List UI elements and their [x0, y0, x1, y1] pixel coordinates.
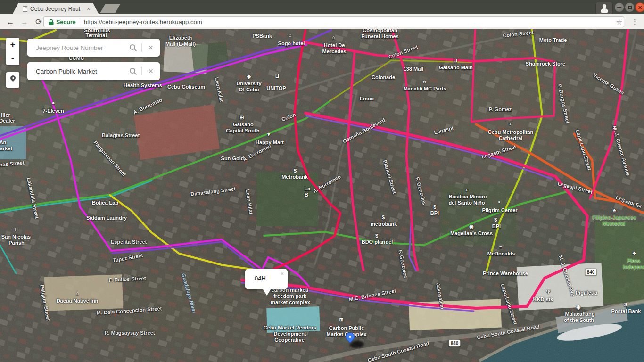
close-icon: ×	[636, 3, 644, 12]
zoom-out-button[interactable]: -	[6, 51, 19, 65]
route-popup-label: 04H	[255, 275, 266, 282]
clear-icon[interactable]: ×	[146, 67, 155, 75]
divider	[141, 67, 142, 75]
profile-button[interactable]	[595, 2, 613, 15]
zoom-control: + -	[6, 38, 19, 65]
search-icon[interactable]	[129, 67, 137, 75]
my-location-button[interactable]	[6, 72, 19, 88]
window-maximize-button[interactable]	[625, 2, 635, 12]
location-input[interactable]	[35, 67, 129, 75]
maximize-icon	[628, 6, 632, 9]
window-close-button[interactable]: ×	[635, 2, 644, 12]
tab-cebu-jeepney-routes[interactable]: Cebu Jeepney Rout ×	[12, 3, 99, 15]
browser-menu-icon[interactable]: ⋮	[631, 17, 638, 26]
padlock-icon	[49, 19, 54, 25]
person-icon	[603, 4, 606, 8]
route-search-box: ×	[27, 39, 160, 57]
search-icon[interactable]	[129, 44, 137, 52]
route-number-input[interactable]	[35, 44, 129, 52]
location-pin-icon	[9, 74, 17, 82]
divider	[80, 18, 80, 25]
tab-close-icon[interactable]: ×	[87, 6, 91, 12]
clear-icon[interactable]: ×	[146, 43, 155, 52]
security-label: Secure	[56, 19, 76, 25]
new-tab-button[interactable]	[100, 4, 121, 13]
popup-close-icon[interactable]: ×	[281, 271, 284, 277]
browser-window: Cebu Jeepney Rout × × ← → ⟳ Secure https…	[0, 0, 644, 362]
url-text: https://cebu-jeepney-routes.herokuapp.co…	[84, 18, 621, 25]
address-bar[interactable]: Secure https://cebu-jeepney-routes.herok…	[43, 16, 624, 27]
route-popup: 04H ×	[245, 269, 288, 289]
back-button[interactable]: ←	[5, 17, 16, 27]
location-search-box: ×	[27, 62, 160, 80]
forward-button[interactable]: →	[19, 17, 30, 27]
minimize-icon	[617, 7, 621, 8]
tab-bar: Cebu Jeepney Rout × ×	[0, 0, 644, 14]
reload-button[interactable]: ⟳	[33, 17, 44, 27]
tab-title: Cebu Jeepney Rout	[30, 6, 86, 12]
zoom-in-button[interactable]: +	[6, 38, 19, 51]
window-minimize-button[interactable]	[614, 2, 624, 12]
popup-tail	[263, 289, 271, 296]
page-icon	[23, 6, 27, 12]
divider	[141, 43, 142, 52]
bookmark-star-icon[interactable]: ☆	[616, 18, 622, 26]
